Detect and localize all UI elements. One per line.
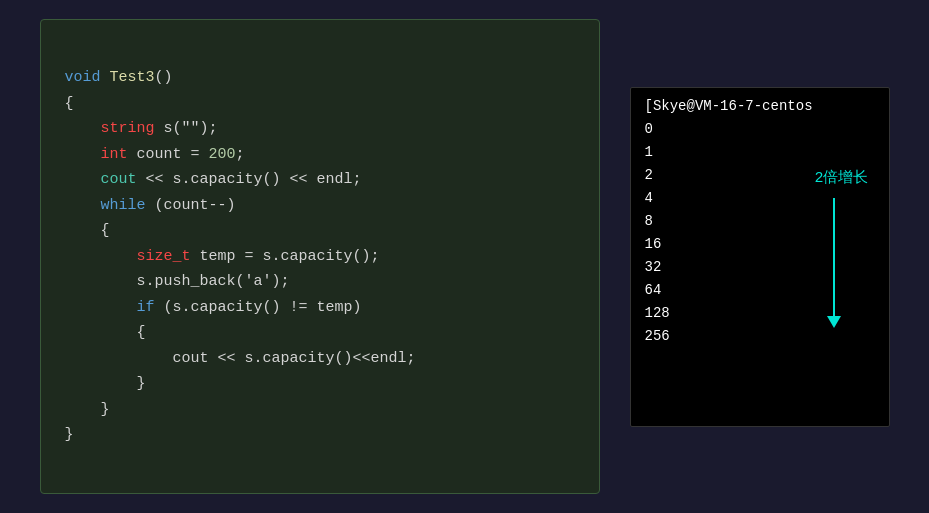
keyword-void: void bbox=[65, 69, 101, 86]
keyword-while: while bbox=[65, 197, 146, 214]
cout-line: cout bbox=[65, 171, 137, 188]
while-cond: (count--) bbox=[146, 197, 236, 214]
terminal-number: 0 bbox=[645, 118, 875, 141]
terminal-number: 8 bbox=[645, 210, 875, 233]
keyword-string: string bbox=[65, 120, 155, 137]
push-back: s.push_back('a'); bbox=[65, 273, 290, 290]
if-brace: { bbox=[65, 324, 146, 341]
num-200: 200 bbox=[209, 146, 236, 163]
keyword-int: int bbox=[65, 146, 128, 163]
brace-open: { bbox=[65, 95, 74, 112]
cout-rest: << s.capacity() << endl; bbox=[137, 171, 362, 188]
string-decl: s(""); bbox=[155, 120, 218, 137]
inner-cout: cout << s.capacity()<<endl; bbox=[65, 350, 416, 367]
terminal-header: [Skye@VM-16-7-centos bbox=[645, 98, 875, 114]
terminal-number: 256 bbox=[645, 325, 875, 348]
terminal-number: 1 bbox=[645, 141, 875, 164]
assign-op: = bbox=[182, 146, 209, 163]
semicolon1: ; bbox=[236, 146, 245, 163]
terminal-number: 4 bbox=[645, 187, 875, 210]
arrow-down-icon bbox=[833, 198, 835, 318]
count-var: count bbox=[128, 146, 182, 163]
code-panel: void Test3() { string s(""); int count =… bbox=[40, 19, 600, 495]
label-2x-growth: 2倍增长 bbox=[814, 168, 868, 187]
if-cond: (s.capacity() != temp) bbox=[155, 299, 362, 316]
terminal-number: 16 bbox=[645, 233, 875, 256]
terminal-numbers: 01248163264128256 bbox=[645, 118, 875, 349]
terminal-number: 32 bbox=[645, 256, 875, 279]
fn-name: Test3 bbox=[101, 69, 155, 86]
while-brace: { bbox=[65, 222, 110, 239]
code-block: void Test3() { string s(""); int count =… bbox=[65, 40, 575, 474]
if-close: } bbox=[65, 375, 146, 392]
keyword-if: if bbox=[65, 299, 155, 316]
terminal-panel: [Skye@VM-16-7-centos 01248163264128256 2… bbox=[630, 87, 890, 427]
while-close: } bbox=[65, 401, 110, 418]
terminal-number: 64 bbox=[645, 279, 875, 302]
fn-paren: () bbox=[155, 69, 173, 86]
temp-decl: temp = s.capacity(); bbox=[191, 248, 380, 265]
keyword-sizet: size_t bbox=[65, 248, 191, 265]
fn-close: } bbox=[65, 426, 74, 443]
